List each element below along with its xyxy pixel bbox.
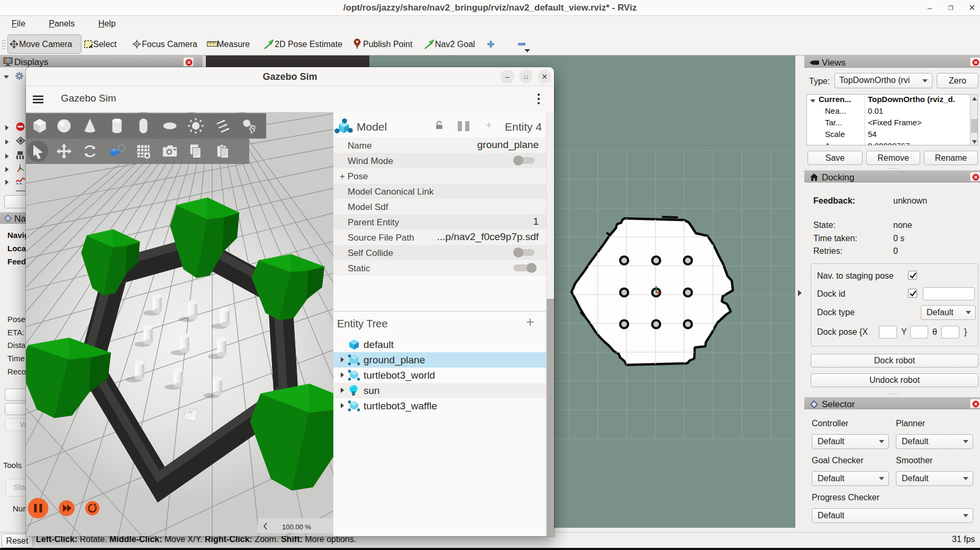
svg-text:100.00 %: 100.00 % [282, 523, 311, 531]
